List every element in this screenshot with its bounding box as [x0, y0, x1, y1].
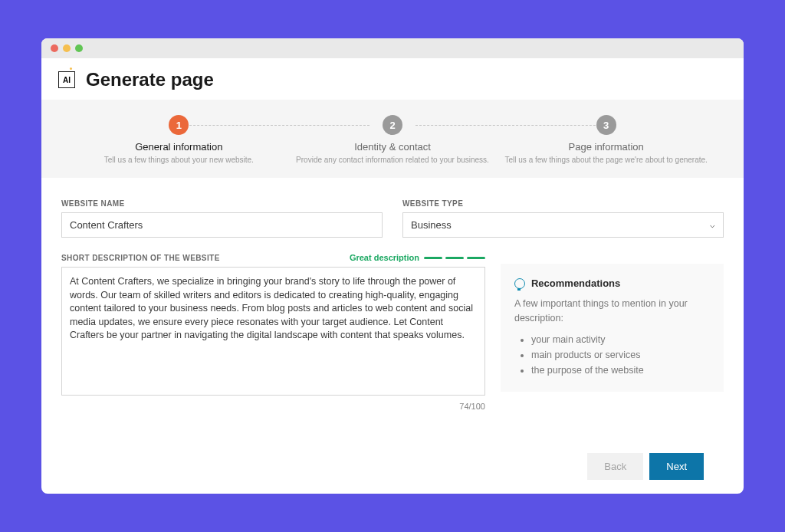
- word-counter: 74/100: [61, 402, 485, 411]
- app-window: AI Generate page 1 General information T…: [41, 38, 744, 494]
- list-item: your main activity: [531, 332, 710, 347]
- website-name-input[interactable]: [61, 212, 383, 238]
- website-type-select[interactable]: Business ⌵: [402, 212, 724, 238]
- website-name-label: WEBSITE NAME: [61, 199, 383, 208]
- page-header: AI Generate page: [41, 58, 744, 100]
- close-dot[interactable]: [51, 44, 58, 52]
- recommendations-heading: Recommendations: [531, 277, 620, 289]
- step-title: General information: [72, 141, 286, 153]
- list-item: main products or services: [531, 347, 710, 363]
- stepper: 1 General information Tell us a few thin…: [41, 100, 744, 178]
- back-button[interactable]: Back: [587, 453, 643, 480]
- page-title: Generate page: [86, 69, 214, 90]
- website-type-value: Business: [411, 219, 452, 231]
- step-number: 3: [596, 115, 616, 135]
- chevron-down-icon: ⌵: [710, 220, 715, 230]
- minimize-dot[interactable]: [63, 44, 71, 52]
- ai-icon: AI: [58, 71, 75, 88]
- next-button[interactable]: Next: [649, 453, 704, 480]
- website-type-label: WEBSITE TYPE: [402, 199, 724, 208]
- recommendations-list: your main activity main products or serv…: [514, 332, 710, 378]
- ai-icon-label: AI: [63, 76, 71, 84]
- step-general-information[interactable]: 1 General information Tell us a few thin…: [72, 115, 286, 164]
- step-subtitle: Tell us a few things about your new webs…: [72, 156, 286, 164]
- step-page-information[interactable]: 3 Page information Tell us a few things …: [499, 115, 713, 164]
- recommendations-box: Recommendations A few important things t…: [501, 264, 724, 392]
- feedback-text: Great description: [350, 253, 419, 262]
- step-identity-contact[interactable]: 2 Identity & contact Provide any contact…: [286, 115, 500, 164]
- step-subtitle: Provide any contact information related …: [286, 156, 500, 164]
- strength-indicator: [424, 257, 485, 259]
- lightbulb-icon: [514, 278, 525, 289]
- description-textarea[interactable]: [61, 267, 485, 396]
- description-feedback: Great description: [350, 253, 485, 262]
- step-title: Page information: [499, 141, 713, 153]
- step-subtitle: Tell us a few things about the page we'r…: [499, 156, 713, 164]
- step-number: 2: [383, 115, 402, 135]
- description-label: SHORT DESCRIPTION OF THE WEBSITE: [61, 254, 220, 262]
- list-item: the purpose of the website: [531, 363, 710, 378]
- maximize-dot[interactable]: [75, 44, 83, 52]
- titlebar: [41, 38, 744, 58]
- step-title: Identity & contact: [286, 141, 500, 153]
- footer-buttons: Back Next: [61, 435, 724, 494]
- step-number: 1: [169, 115, 189, 135]
- recommendations-intro: A few important things to mention in you…: [514, 297, 710, 326]
- form-content: WEBSITE NAME WEBSITE TYPE Business ⌵ SHO…: [41, 178, 744, 494]
